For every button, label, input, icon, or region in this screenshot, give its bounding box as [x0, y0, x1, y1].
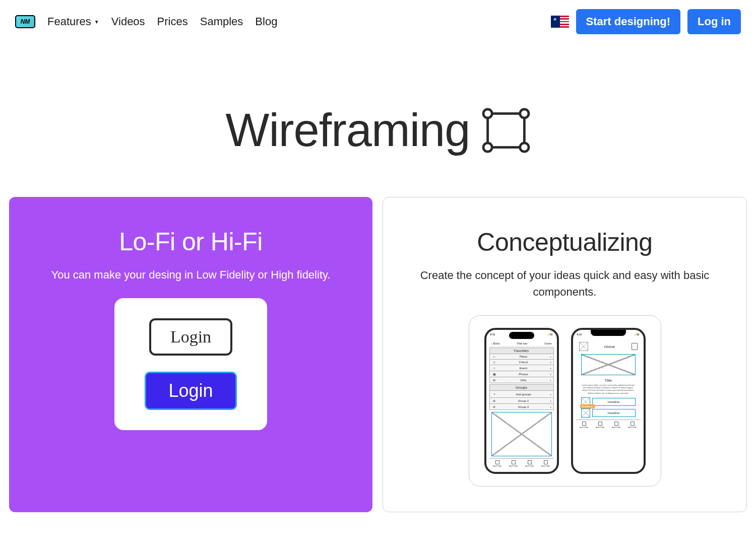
phone-large-image-placeholder — [581, 354, 636, 375]
phone-status-bar: 8:42 ⚡82 — [490, 333, 553, 336]
phone-row-label: Friend — [497, 361, 550, 364]
nav-features-label: Features — [47, 15, 91, 28]
phone2-home-title: Home — [604, 344, 615, 349]
phone-toolbar-item: BUTTON — [541, 460, 549, 467]
phone-toolbar-label: BUTTON — [596, 426, 604, 429]
language-flag-icon[interactable] — [551, 16, 569, 28]
phone-row-icon: ☺ — [492, 361, 497, 364]
chevron-right-icon: › — [550, 405, 551, 408]
phone-toolbar-icon — [582, 422, 586, 426]
phone-mockup-2: 8:42 ⚡82 Home Title Lorem ipsum dolor si… — [571, 328, 646, 474]
phone-list-row: ▦Photos› — [489, 371, 554, 377]
phone-row-icon: ⊞ — [492, 378, 497, 382]
phone-list-row: ⊕Group 1› — [489, 398, 554, 404]
phone-toolbar-item: BUTTON — [596, 422, 604, 429]
phone-content: Home Title Lorem ipsum dolor sit amet, c… — [573, 330, 644, 472]
phone-toolbar-icon — [614, 422, 618, 426]
phone-toolbar-item: BUTTON — [628, 422, 636, 429]
login-demo-box: Login Login — [114, 298, 267, 430]
nav-prices[interactable]: Prices — [157, 15, 188, 28]
phone-row-icon: ⊕ — [492, 399, 497, 402]
phone-nav-header: ‹ Back Title bar Done — [489, 341, 554, 347]
phone-list-row: ⊘Group 2› — [489, 404, 554, 410]
chevron-right-icon: › — [550, 367, 551, 370]
phone-toolbar-item: BUTTON — [580, 422, 588, 429]
login-button[interactable]: Log in — [687, 9, 741, 34]
phone-list-row: ＋Add groups› — [489, 391, 554, 398]
phone-image-placeholder-icon — [579, 342, 588, 351]
phone-row-label: Group 1 — [497, 399, 550, 402]
phone-row-icon: ⊘ — [492, 405, 497, 408]
nav-right: Start designing! Log in — [551, 9, 741, 34]
logo[interactable] — [15, 15, 35, 28]
nav-blog[interactable]: Blog — [255, 15, 277, 28]
chevron-right-icon: › — [550, 393, 551, 396]
phone-toolbar-label: BUTTON — [580, 426, 588, 429]
phone-toolbar-icon — [512, 460, 516, 464]
phone-content: ‹ Back Title bar Done Favorites ⌂Place›☺… — [486, 330, 557, 472]
phone-row-label: Photos — [497, 373, 550, 376]
chevron-right-icon: › — [550, 399, 551, 402]
svg-point-3 — [483, 143, 492, 151]
nav-features[interactable]: Features ▼ — [47, 15, 99, 28]
phone-toolbar-icon — [495, 460, 499, 464]
phone-toolbar-icon — [598, 422, 602, 426]
phone-row-icon: ＋ — [492, 392, 497, 396]
nav-samples[interactable]: Samples — [200, 15, 243, 28]
card-concept-title: Conceptualizing — [403, 228, 726, 257]
phone-signal: ⚡82 — [547, 333, 553, 336]
phone2-text-section: Title Lorem ipsum dolor sit amet, consec… — [576, 377, 641, 395]
phone-row-label: Gifts — [497, 379, 550, 382]
phone-status-bar: 8:42 ⚡82 — [577, 333, 640, 336]
phone-title-bar: Title bar — [517, 342, 527, 345]
card-concept-desc: Create the concept of your ideas quick a… — [403, 267, 726, 300]
phone-toolbar-label: BUTTON — [541, 465, 549, 467]
phone-row-icon: ⌂ — [492, 355, 497, 358]
card-lofi-hifi: Lo-Fi or Hi-Fi You can make your desing … — [9, 197, 372, 512]
hero-title-text: Wireframing — [226, 104, 470, 157]
phone-toolbar-label: BUTTON — [525, 465, 533, 467]
svg-point-2 — [520, 109, 529, 117]
phone-list-row: ☺Friend› — [489, 360, 554, 365]
phone-list-row: ⌂Place› — [489, 354, 554, 360]
svg-point-1 — [483, 109, 492, 117]
phone-image-placeholder-icon — [581, 408, 590, 418]
phone-time: 8:42 — [490, 333, 495, 336]
phone-toolbar-icon — [631, 422, 635, 426]
phone-section-favorites: Favorites — [489, 348, 554, 354]
phone2-lorem-text: Lorem ipsum dolor sit amet, consectetur … — [581, 384, 636, 394]
chevron-right-icon: › — [550, 379, 551, 382]
phone-row-label: Add groups — [497, 393, 550, 396]
phone-toolbar: BUTTONBUTTONBUTTONBUTTON — [576, 420, 641, 430]
phone-toolbar-label: BUTTON — [509, 465, 517, 467]
phone2-header: Home — [576, 341, 641, 352]
phone-row-label: Place — [497, 355, 550, 358]
nav-videos[interactable]: Videos — [111, 15, 145, 28]
chevron-right-icon: › — [550, 373, 551, 376]
nav-left: Features ▼ Videos Prices Samples Blog — [15, 15, 277, 28]
phone2-section-title: Title — [581, 378, 636, 383]
phone-toolbar-item: BUTTON — [509, 460, 517, 467]
phone-image-placeholder — [491, 412, 552, 456]
login-solid-button: Login — [145, 372, 236, 410]
card-conceptualizing: Conceptualizing Create the concept of yo… — [383, 197, 747, 512]
cards-section: Lo-Fi or Hi-Fi You can make your desing … — [0, 197, 756, 512]
phone-time: 8:42 — [577, 333, 582, 336]
wireframe-box-icon — [482, 108, 530, 153]
phone-toolbar-icon — [528, 460, 532, 464]
phone2-list-item: Headline — [581, 408, 636, 418]
phone-list-row: ☆Event› — [489, 365, 554, 371]
phone-mockup-1: 8:42 ⚡82 ‹ Back Title bar Done Favorites… — [484, 328, 559, 474]
phone-toolbar-label: BUTTON — [493, 465, 501, 467]
chevron-right-icon: › — [550, 361, 551, 364]
card-lofi-title: Lo-Fi or Hi-Fi — [29, 227, 352, 256]
phone-row-label: Group 2 — [497, 405, 550, 408]
phone-done: Done — [544, 342, 551, 345]
phone2-headline: Headline — [592, 409, 636, 417]
start-designing-button[interactable]: Start designing! — [576, 9, 680, 34]
phone-section-groups: Groups — [489, 384, 554, 391]
login-sketch-button: Login — [149, 318, 232, 356]
ninjamock-badge: NinjaMock — [580, 404, 595, 408]
phone2-headline: Headline — [592, 398, 636, 406]
card-lofi-desc: You can make your desing in Low Fidelity… — [29, 266, 352, 283]
